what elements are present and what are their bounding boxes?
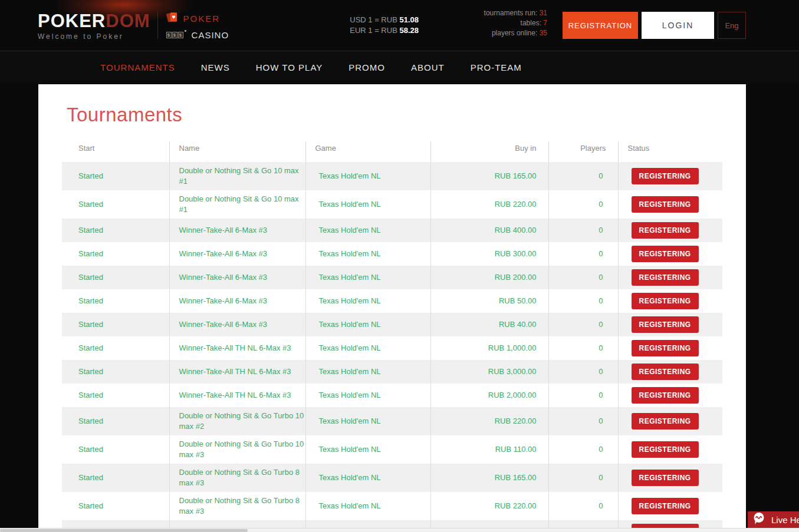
cell-name[interactable]: Winner-Take-All 6-Max #3 — [169, 219, 305, 242]
registering-button[interactable]: REGISTERING — [632, 316, 699, 333]
registering-button[interactable]: REGISTERING — [632, 364, 699, 380]
logo-tagline: Welcome to Poker — [38, 32, 150, 41]
stat-line: tournaments run: 31 — [435, 8, 547, 18]
nav-item[interactable]: ABOUT — [411, 62, 445, 72]
cell-buyin: RUB 300.00 — [430, 242, 548, 266]
registering-button[interactable]: REGISTERING — [632, 387, 699, 404]
column-header-name: Name — [169, 141, 305, 162]
cell-start: Started — [62, 464, 169, 492]
live-help-label: Live Help — [771, 515, 799, 525]
cell-name[interactable]: Winner-Take-All TH NL 6-Max #4 — [169, 520, 305, 528]
column-header-players: Players — [548, 141, 618, 162]
logo-part-dom: DOM — [106, 11, 150, 31]
registering-button[interactable]: REGISTERING — [632, 413, 699, 429]
registering-button[interactable]: REGISTERING — [632, 441, 699, 458]
cell-buyin: RUB 165.00 — [430, 162, 548, 190]
cell-name[interactable]: Winner-Take-All 6-Max #3 — [169, 313, 305, 336]
language-button[interactable]: Eng — [718, 12, 746, 39]
cell-buyin: RUB 220.00 — [430, 190, 548, 219]
nav-item[interactable]: PRO-TEAM — [471, 62, 522, 72]
cell-buyin: RUB 200.00 — [430, 266, 548, 289]
cell-start: Started — [62, 360, 169, 384]
poker-link[interactable]: POKER — [166, 11, 229, 27]
live-help-button[interactable]: Live Help — [748, 511, 799, 528]
cell-players: 0 — [548, 289, 618, 313]
cell-game: Texas Hold'em NL — [305, 266, 430, 289]
currency-rates: USD 1 = RUB 51.08 EUR 1 = RUB 58.28 — [350, 15, 419, 36]
cell-name[interactable]: Double or Nothing Sit & Go Turbo 8 max #… — [169, 464, 305, 492]
cell-players: 0 — [548, 520, 618, 528]
cell-buyin: RUB 220.00 — [430, 407, 548, 435]
cell-buyin: RUB 3,000.00 — [430, 360, 548, 384]
cell-name[interactable]: Double or Nothing Sit & Go Turbo 10 max … — [169, 435, 305, 464]
cell-game: Texas Hold'em NL — [305, 464, 430, 492]
cell-start: Started — [62, 520, 169, 528]
table-row: Started Winner-Take-All 6-Max #3 Texas H… — [62, 242, 722, 266]
site-header: POKERDOM Welcome to Poker POKER — [0, 0, 799, 51]
stat-label: tournaments run: — [484, 9, 538, 17]
table-row: Started Winner-Take-All TH NL 6-Max #3 T… — [62, 360, 722, 384]
registering-button[interactable]: REGISTERING — [632, 269, 699, 286]
cell-name[interactable]: Winner-Take-All TH NL 6-Max #3 — [169, 360, 305, 384]
registering-button[interactable]: REGISTERING — [632, 196, 699, 213]
logo-wordmark: POKERDOM — [38, 11, 150, 31]
table-row: Started Winner-Take-All TH NL 6-Max #3 T… — [62, 384, 722, 407]
tournaments-body: Started Double or Nothing Sit & Go 10 ma… — [62, 162, 722, 528]
currency-rate-line: USD 1 = RUB 51.08 — [350, 15, 419, 25]
cell-players: 0 — [548, 190, 618, 219]
cell-name[interactable]: Winner-Take-All TH NL 6-Max #3 — [169, 384, 305, 407]
cell-players: 0 — [548, 219, 618, 242]
scrollbar-thumb[interactable] — [0, 529, 248, 532]
cell-game: Texas Hold'em NL — [305, 289, 430, 313]
casino-link[interactable]: $$$ CASINO — [166, 30, 229, 40]
registering-button[interactable]: REGISTERING — [632, 293, 699, 309]
cell-name[interactable]: Winner-Take-All 6-Max #3 — [169, 289, 305, 313]
nav-item[interactable]: PROMO — [348, 62, 385, 72]
cell-name[interactable]: Winner-Take-All TH NL 6-Max #3 — [169, 336, 305, 360]
cell-game: Texas Hold'em NL — [305, 336, 430, 360]
registering-button[interactable]: REGISTERING — [632, 470, 699, 486]
cell-game: Texas Hold'em NL — [305, 242, 430, 266]
cell-buyin: RUB 165.00 — [430, 464, 548, 492]
horizontal-scrollbar[interactable] — [0, 528, 799, 532]
registration-button[interactable]: REGISTRATION — [563, 12, 638, 39]
stat-value: 7 — [543, 19, 547, 27]
login-button[interactable]: LOGIN — [642, 12, 714, 39]
stat-line: tables: 7 — [435, 18, 547, 28]
cell-buyin: RUB 500.00 — [430, 520, 548, 528]
rate-value: 58.28 — [399, 26, 419, 35]
cell-name[interactable]: Double or Nothing Sit & Go Turbo 8 max #… — [169, 492, 305, 520]
cell-name[interactable]: Winner-Take-All 6-Max #3 — [169, 266, 305, 289]
rate-value: 51.08 — [399, 15, 419, 24]
nav-item[interactable]: TOURNAMENTS — [100, 62, 175, 72]
currency-rate-line: EUR 1 = RUB 58.28 — [350, 25, 419, 36]
cell-start: Started — [62, 242, 169, 266]
cell-name[interactable]: Double or Nothing Sit & Go Turbo 10 max … — [169, 407, 305, 435]
registering-button[interactable]: REGISTERING — [632, 222, 699, 239]
column-header-game: Game — [305, 141, 430, 162]
cell-name[interactable]: Double or Nothing Sit & Go 10 max #1 — [169, 190, 305, 219]
table-row: Started Double or Nothing Sit & Go Turbo… — [62, 407, 722, 435]
logo[interactable]: POKERDOM Welcome to Poker — [38, 10, 150, 41]
registering-button[interactable]: REGISTERING — [632, 498, 699, 514]
cell-players: 0 — [548, 266, 618, 289]
registering-button[interactable]: REGISTERING — [632, 340, 699, 356]
cell-name[interactable]: Double or Nothing Sit & Go 10 max #1 — [169, 162, 305, 190]
casino-slot-icon: $$$ — [166, 32, 186, 38]
table-row: Started Winner-Take-All 6-Max #3 Texas H… — [62, 219, 722, 242]
poker-cards-icon — [166, 11, 178, 27]
nav-item[interactable]: HOW TO PLAY — [256, 62, 323, 72]
table-row: Started Winner-Take-All 6-Max #3 Texas H… — [62, 289, 722, 313]
registering-button[interactable]: REGISTERING — [632, 168, 699, 184]
cell-players: 0 — [548, 492, 618, 520]
cell-name[interactable]: Winner-Take-All 6-Max #3 — [169, 242, 305, 266]
cell-buyin: RUB 50.00 — [430, 289, 548, 313]
page: POKERDOM Welcome to Poker POKER — [0, 0, 799, 532]
site-stats: tournaments run: 31 tables: 7 players on… — [435, 0, 547, 38]
nav-item[interactable]: NEWS — [201, 62, 230, 72]
stat-value: 35 — [540, 29, 547, 37]
registering-button[interactable]: REGISTERING — [632, 524, 699, 528]
cell-game: Texas Hold'em NL — [305, 520, 430, 528]
registering-button[interactable]: REGISTERING — [632, 246, 699, 262]
table-row: Started Winner-Take-All TH NL 6-Max #4 T… — [62, 520, 722, 528]
